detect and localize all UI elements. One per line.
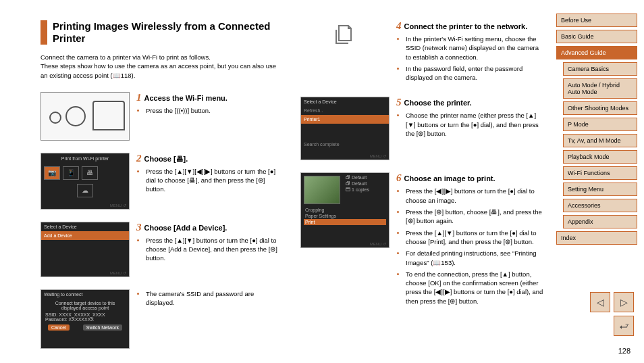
screen-print-settings: 🗇 Default 🗇 Default 🗔 1 copies Cropping … (300, 172, 390, 248)
step6-bullets: Press the [◀][▶] buttons or turn the [●]… (396, 187, 543, 306)
step5-num: 5 (396, 97, 402, 107)
sidebar-item-camera-basics[interactable]: Camera Basics (563, 62, 637, 76)
step2-bullets: Press the [▲][▼][◀][▶] buttons or turn t… (136, 167, 284, 194)
step4-b2: In the password field, enter the passwor… (406, 64, 543, 82)
step6-title: 6Choose an image to print. (396, 172, 543, 184)
sidebar-item-before-use[interactable]: Before Use (556, 14, 637, 27)
step2-heading: Choose [🖶]. (144, 155, 188, 163)
screen-select-add-device: Select a Device Add a Device MENU ↺ (41, 222, 130, 277)
wait-ssid: SSID: XXXX_XXXXX_XXXX (41, 312, 129, 317)
step6-b3: Press the [▲][▼] buttons or turn the [●]… (406, 228, 543, 247)
step1-b1: Press the [((•))] button. (146, 106, 284, 115)
seladd-row: Add a Device (41, 231, 129, 240)
sidebar-item-tv-av-and-m-mode[interactable]: Tv, Av, and M Mode (563, 134, 637, 147)
step2-title: 2Choose [🖶]. (136, 153, 284, 164)
print-thumb (304, 176, 340, 204)
page-number: 128 (618, 347, 630, 355)
step6-num: 6 (396, 172, 402, 183)
wait-cancel: Cancel (48, 324, 70, 331)
wait-title: Waiting to connect (41, 290, 129, 299)
sidebar-item-auto-mode-hybrid-auto-mode[interactable]: Auto Mode / Hybrid Auto Mode (563, 78, 637, 99)
step3-title: 3Choose [Add a Device]. (136, 222, 284, 233)
screen-waiting-connect: Waiting to connect Connect target device… (41, 289, 130, 349)
menu-tag2: MENU ↺ (110, 270, 126, 275)
wait-msg: Connect target device to this displayed … (41, 299, 129, 312)
intro-line2: These steps show how to use the camera a… (41, 62, 276, 78)
seladd-title: Select a Device (41, 222, 129, 231)
step5-bullets: Choose the printer name (either press th… (396, 111, 543, 138)
sidebar-item-appendix[interactable]: Appendix (563, 215, 637, 228)
intro-line1: Connect the camera to a printer via Wi-F… (41, 53, 211, 61)
page-title-block: Printing Images Wirelessly from a Connec… (41, 20, 284, 45)
print-menu: MENU ↺ (370, 241, 386, 246)
sidebar: Before UseBasic GuideAdvanced GuideCamer… (556, 14, 637, 247)
seldev-menu: MENU ↺ (370, 153, 386, 158)
print-r5: Paper Settings (304, 213, 386, 219)
wait-switch: Switch Network (83, 324, 122, 331)
step5-b1: Choose the printer name (either press th… (406, 111, 543, 138)
step5-title: 5Choose the printer. (396, 97, 543, 108)
sidebar-item-accessories[interactable]: Accessories (563, 199, 637, 212)
sidebar-item-setting-menu[interactable]: Setting Menu (563, 183, 637, 196)
sidebar-item-wi-fi-functions[interactable]: Wi-Fi Functions (563, 166, 637, 180)
step1-bullets: Press the [((•))] button. (136, 106, 284, 115)
step4-num: 4 (396, 20, 402, 31)
step1-title: 1Access the Wi-Fi menu. (136, 92, 284, 103)
step6-b2: Press the [⊛] button, choose [🖶], and pr… (406, 208, 543, 226)
step2-num: 2 (136, 153, 142, 164)
step4-heading: Connect the printer to the network. (404, 22, 528, 30)
sidebar-item-index[interactable]: Index (556, 231, 637, 245)
step3-b2: The camera's SSID and password are displ… (146, 289, 284, 308)
step6-b5: To end the connection, press the [▲] but… (406, 270, 543, 306)
step6-b4: For detailed printing instructions, see … (406, 249, 543, 267)
nav-prev-button[interactable]: ◁ (590, 292, 610, 312)
sidebar-item-p-mode[interactable]: P Mode (563, 118, 637, 131)
illustration-camera-top (41, 92, 130, 141)
print-r1: 🗇 Default (344, 174, 387, 180)
step3-extra: The camera's SSID and password are displ… (136, 289, 284, 308)
page-title: Printing Images Wirelessly from a Connec… (53, 20, 284, 45)
document-icon (331, 20, 358, 47)
step3-heading: Choose [Add a Device]. (144, 224, 227, 232)
step1-num: 1 (136, 92, 142, 103)
screen-select-device: Select a Device Refresh.. Printer1 Searc… (300, 97, 390, 160)
sidebar-item-playback-mode[interactable]: Playback Mode (563, 150, 637, 164)
seldev-done: Search complete (301, 140, 389, 149)
screen-print-from-wifi: Print from Wi-Fi printer 📷📱🖶 ☁ MENU ↺ (41, 153, 130, 210)
step6-heading: Choose an image to print. (404, 174, 495, 183)
nav-next-button[interactable]: ▷ (614, 292, 634, 312)
step3-b1: Press the [▲][▼] buttons or turn the [●]… (146, 236, 284, 263)
step2-b1: Press the [▲][▼][◀][▶] buttons or turn t… (146, 167, 284, 194)
step4-bullets: In the printer's Wi-Fi setting menu, cho… (396, 34, 543, 82)
step5-heading: Choose the printer. (404, 99, 472, 107)
print-r3: 🗔 1 copies (344, 187, 387, 193)
sidebar-item-basic-guide[interactable]: Basic Guide (556, 30, 637, 43)
intro-text: Connect the camera to a printer via Wi-F… (41, 53, 284, 80)
wait-pw: Password: XXXXXXXX (41, 317, 129, 324)
seldev-refresh: Refresh.. (301, 106, 389, 115)
print-r4: Cropping (304, 207, 386, 213)
seldev-title: Select a Device (301, 97, 389, 106)
nav-back-button[interactable]: ⮐ (614, 316, 634, 336)
sidebar-item-other-shooting-modes[interactable]: Other Shooting Modes (563, 101, 637, 115)
step4-b1: In the printer's Wi-Fi setting menu, cho… (406, 34, 543, 62)
step1-heading: Access the Wi-Fi menu. (144, 94, 227, 102)
step3-bullets: Press the [▲][▼] buttons or turn the [●]… (136, 236, 284, 263)
print-r6: Print (304, 219, 386, 225)
wifi-header: Print from Wi-Fi printer (41, 153, 129, 164)
sidebar-item-advanced-guide[interactable]: Advanced Guide (556, 46, 637, 59)
step3-num: 3 (136, 222, 142, 233)
seldev-printer: Printer1 (301, 115, 389, 124)
print-r2: 🗇 Default (344, 180, 387, 187)
step4-title: 4Connect the printer to the network. (396, 20, 543, 32)
step6-b1: Press the [◀][▶] buttons or turn the [●]… (406, 187, 543, 205)
menu-tag: MENU ↺ (110, 203, 126, 208)
